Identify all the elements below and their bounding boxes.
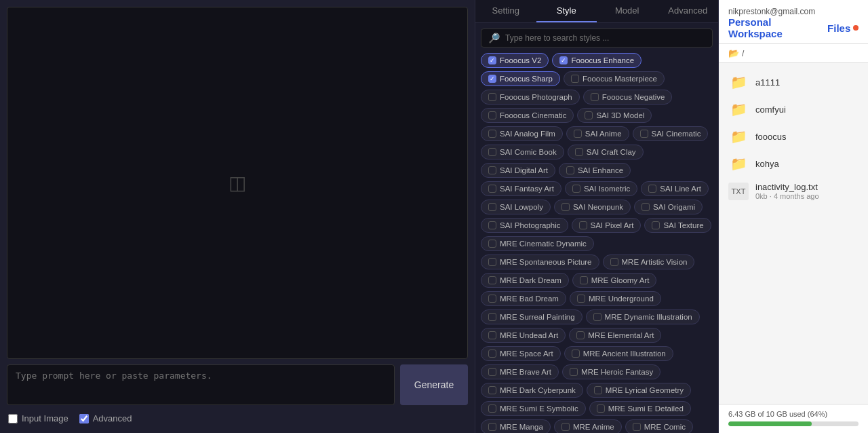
style-tag-mre-gloomy-art[interactable]: MRE Gloomy Art — [572, 273, 657, 288]
style-tag-sai-fantasy-art[interactable]: SAI Fantasy Art — [481, 181, 561, 196]
style-tag-mre-comic[interactable]: MRE Comic — [625, 419, 693, 433]
style-tag-sai-enhance[interactable]: SAI Enhance — [559, 163, 631, 178]
style-label-sai-texture: SAI Texture — [663, 221, 703, 229]
style-tag-fooocus-photograph[interactable]: Fooocus Photograph — [481, 90, 580, 105]
style-checkbox-mre-sumi-e-detailed — [597, 404, 605, 413]
style-tag-fooocus-enhance[interactable]: ✓Fooocus Enhance — [552, 53, 642, 68]
style-tag-sai-line-art[interactable]: SAI Line Art — [641, 181, 709, 196]
advanced-checkbox-label[interactable]: Advanced — [79, 413, 132, 423]
style-tag-mre-undead-art[interactable]: MRE Undead Art — [481, 328, 566, 343]
style-tag-mre-ancient-illustration[interactable]: MRE Ancient Illustration — [564, 346, 673, 361]
style-label-mre-gloomy-art: MRE Gloomy Art — [591, 276, 650, 284]
style-tag-sai-neonpunk[interactable]: SAI Neonpunk — [554, 200, 631, 214]
style-tag-mre-anime[interactable]: MRE Anime — [554, 419, 622, 433]
tab-advanced[interactable]: Advanced — [658, 0, 719, 22]
style-checkbox-mre-artistic-vision — [610, 258, 618, 266]
style-label-sai-craft-clay: SAI Craft Clay — [587, 148, 636, 156]
style-tag-mre-space-art[interactable]: MRE Space Art — [481, 346, 561, 361]
style-checkbox-sai-craft-clay — [575, 148, 583, 156]
style-tag-sai-isometric[interactable]: SAI Isometric — [565, 181, 637, 196]
style-tag-fooocus-cinematic[interactable]: Fooocus Cinematic — [481, 108, 574, 123]
style-label-mre-ancient-illustration: MRE Ancient Illustration — [583, 350, 666, 358]
style-checkbox-mre-bad-dream — [488, 295, 496, 303]
style-checkbox-fooocus-enhance: ✓ — [559, 56, 568, 64]
style-tag-sai-craft-clay[interactable]: SAI Craft Clay — [568, 145, 644, 159]
style-tag-mre-artistic-vision[interactable]: MRE Artistic Vision — [603, 255, 695, 269]
input-image-checkbox-label[interactable]: Input Image — [8, 413, 68, 423]
style-label-mre-bad-dream: MRE Bad Dream — [500, 295, 559, 303]
prompt-input[interactable] — [7, 364, 395, 405]
style-tag-fooocus-v2[interactable]: ✓Fooocus V2 — [481, 53, 549, 68]
style-tag-mre-dark-dream[interactable]: MRE Dark Dream — [481, 273, 569, 288]
style-tag-sai-lowpoly[interactable]: SAI Lowpoly — [481, 200, 551, 214]
generate-button[interactable]: Generate — [400, 364, 468, 405]
style-tag-mre-cinematic-dynamic[interactable]: MRE Cinematic Dynamic — [481, 236, 594, 251]
folder-item-kohya[interactable]: 📁kohya — [719, 150, 868, 177]
style-tag-mre-manga[interactable]: MRE Manga — [481, 419, 551, 433]
style-tag-mre-sumi-e-symbolic[interactable]: MRE Sumi E Symbolic — [481, 401, 586, 416]
style-checkbox-mre-space-art — [488, 350, 496, 358]
folder-item-a1111[interactable]: 📁a1111 — [719, 69, 868, 96]
style-label-sai-fantasy-art: SAI Fantasy Art — [500, 185, 554, 193]
style-label-sai-neonpunk: SAI Neonpunk — [573, 203, 623, 211]
style-label-sai-comic-book: SAI Comic Book — [500, 148, 557, 156]
style-tag-sai-photographic[interactable]: SAI Photographic — [481, 218, 568, 233]
style-checkbox-fooocus-sharp: ✓ — [488, 75, 496, 83]
style-checkbox-fooocus-photograph — [488, 93, 496, 101]
tab-model[interactable]: Model — [597, 0, 658, 22]
style-checkbox-sai-comic-book — [488, 148, 496, 156]
style-checkbox-fooocus-negative — [591, 93, 599, 101]
style-tag-sai-analog-film[interactable]: SAI Analog Film — [481, 126, 563, 141]
style-tag-sai-pixel-art[interactable]: SAI Pixel Art — [572, 218, 642, 233]
style-label-sai-isometric: SAI Isometric — [584, 185, 630, 193]
style-tag-mre-underground[interactable]: MRE Underground — [570, 291, 661, 306]
style-tag-sai-digital-art[interactable]: SAI Digital Art — [481, 163, 555, 178]
style-tag-mre-spontaneous-picture[interactable]: MRE Spontaneous Picture — [481, 255, 599, 269]
style-tag-sai-texture[interactable]: SAI Texture — [644, 218, 711, 233]
style-checkbox-mre-heroic-fantasy — [570, 368, 578, 376]
folder-icon-fooocus: 📁 — [728, 128, 749, 145]
style-label-sai-enhance: SAI Enhance — [578, 166, 623, 174]
file-info-inactivity_log_txt: inactivity_log.txt0kb · 4 months ago — [755, 182, 819, 200]
style-checkbox-sai-lowpoly — [488, 203, 496, 211]
style-tag-fooocus-masterpiece[interactable]: Fooocus Masterpiece — [564, 71, 665, 86]
style-tag-sai-anime[interactable]: SAI Anime — [566, 126, 629, 141]
style-label-fooocus-v2: Fooocus V2 — [500, 56, 541, 64]
style-checkbox-sai-cinematic — [640, 130, 648, 138]
style-checkbox-sai-origami — [642, 203, 650, 211]
tab-setting[interactable]: Setting — [475, 0, 536, 22]
style-tag-sai-3d-model[interactable]: SAI 3D Model — [577, 108, 652, 123]
style-label-sai-3d-model: SAI 3D Model — [596, 111, 644, 119]
folder-item-comfyui[interactable]: 📁comfyui — [719, 96, 868, 123]
style-tag-mre-elemental-art[interactable]: MRE Elemental Art — [569, 328, 661, 343]
style-label-sai-cinematic: SAI Cinematic — [652, 130, 701, 138]
style-tag-mre-heroic-fantasy[interactable]: MRE Heroic Fantasy — [562, 364, 660, 379]
style-tag-mre-dark-cyberpunk[interactable]: MRE Dark Cyberpunk — [481, 383, 583, 398]
search-input[interactable] — [505, 33, 705, 43]
user-email: nikprestonk@gmail.com — [728, 7, 859, 16]
style-tag-sai-comic-book[interactable]: SAI Comic Book — [481, 145, 564, 159]
advanced-checkbox[interactable] — [79, 414, 89, 423]
style-tag-mre-dynamic-illustration[interactable]: MRE Dynamic Illustration — [586, 309, 700, 324]
style-tag-mre-brave-art[interactable]: MRE Brave Art — [481, 364, 559, 379]
style-tag-fooocus-negative[interactable]: Fooocus Negative — [583, 90, 673, 105]
style-tag-mre-bad-dream[interactable]: MRE Bad Dream — [481, 291, 566, 306]
style-checkbox-sai-texture — [652, 221, 660, 229]
style-checkbox-mre-underground — [577, 295, 585, 303]
input-image-checkbox[interactable] — [8, 414, 18, 423]
folder-icon-comfyui: 📁 — [728, 100, 749, 118]
file-item-inactivity_log_txt[interactable]: TXTinactivity_log.txt0kb · 4 months ago — [719, 177, 868, 205]
search-bar: 🔎 — [481, 29, 713, 48]
style-tag-sai-cinematic[interactable]: SAI Cinematic — [633, 126, 709, 141]
folder-icon-kohya: 📁 — [728, 155, 749, 172]
style-checkbox-mre-spontaneous-picture — [488, 258, 496, 266]
folder-item-fooocus[interactable]: 📁fooocus — [719, 123, 868, 150]
style-tag-mre-lyrical-geometry[interactable]: MRE Lyrical Geometry — [587, 383, 691, 398]
left-panel: ◫ Generate Input Image Advanced — [0, 0, 475, 433]
style-tag-sai-origami[interactable]: SAI Origami — [634, 200, 703, 214]
style-tag-mre-surreal-painting[interactable]: MRE Surreal Painting — [481, 309, 583, 324]
style-label-fooocus-sharp: Fooocus Sharp — [500, 75, 553, 83]
style-tag-mre-sumi-e-detailed[interactable]: MRE Sumi E Detailed — [589, 401, 691, 416]
style-tag-fooocus-sharp[interactable]: ✓Fooocus Sharp — [481, 71, 560, 86]
tab-style[interactable]: Style — [536, 0, 597, 22]
